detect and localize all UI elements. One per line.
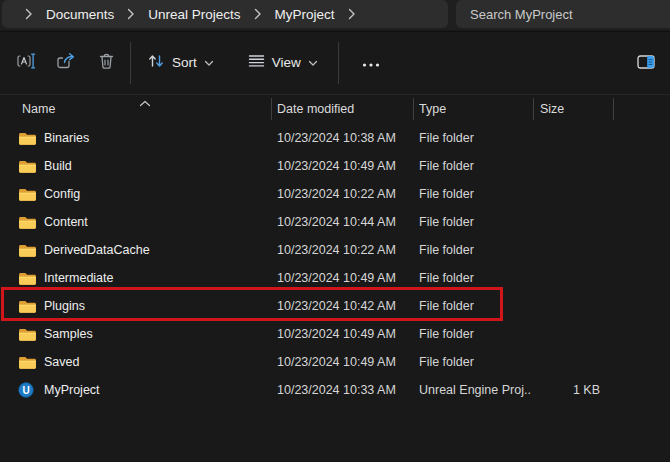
- toolbar-separator: [130, 42, 131, 84]
- file-name: Samples: [44, 327, 93, 341]
- share-button[interactable]: [46, 45, 86, 81]
- column-divider[interactable]: [413, 98, 414, 120]
- table-row[interactable]: U Saved 10/23/2024 10:49 AM File folder: [0, 348, 670, 376]
- file-type: File folder: [419, 264, 531, 292]
- file-type: File folder: [419, 208, 531, 236]
- view-label: View: [272, 55, 301, 70]
- file-name: Saved: [44, 355, 79, 369]
- view-button[interactable]: View: [238, 45, 328, 81]
- folder-icon: [18, 186, 37, 202]
- rename-icon: [17, 52, 36, 73]
- breadcrumb-item-unreal-projects[interactable]: Unreal Projects: [144, 7, 244, 22]
- file-type: File folder: [419, 180, 531, 208]
- file-size: [533, 348, 607, 376]
- file-name: Config: [44, 187, 80, 201]
- file-size: [533, 264, 607, 292]
- table-row[interactable]: U Content 10/23/2024 10:44 AM File folde…: [0, 208, 670, 236]
- file-size: [533, 180, 607, 208]
- column-header-row: Name Date modified Type Size: [0, 94, 670, 122]
- sort-button[interactable]: Sort: [137, 45, 224, 81]
- search-box[interactable]: [456, 0, 670, 28]
- ellipsis-icon: [362, 55, 380, 70]
- file-type: File folder: [419, 236, 531, 264]
- file-size: [533, 208, 607, 236]
- rename-button[interactable]: [6, 45, 46, 81]
- file-explorer-window: Documents Unreal Projects MyProject: [0, 0, 670, 462]
- column-header-size[interactable]: Size: [540, 95, 564, 123]
- file-date: 10/23/2024 10:33 AM: [277, 376, 409, 404]
- file-name: MyProject: [44, 383, 100, 397]
- column-divider[interactable]: [613, 98, 614, 120]
- chevron-right-icon[interactable]: [16, 8, 42, 20]
- column-divider[interactable]: [533, 98, 534, 120]
- folder-icon: [18, 270, 37, 286]
- file-type: File folder: [419, 152, 531, 180]
- command-bar: Sort View: [0, 31, 670, 93]
- breadcrumb[interactable]: Documents Unreal Projects MyProject: [2, 0, 448, 28]
- file-date: 10/23/2024 10:49 AM: [277, 320, 409, 348]
- breadcrumb-item-myproject[interactable]: MyProject: [271, 7, 339, 22]
- folder-icon: [18, 242, 37, 258]
- file-date: 10/23/2024 10:38 AM: [277, 124, 409, 152]
- file-name: Build: [44, 159, 72, 173]
- file-type: Unreal Engine Proj...: [419, 376, 531, 404]
- file-size: [533, 124, 607, 152]
- file-type: File folder: [419, 348, 531, 376]
- sort-label: Sort: [172, 55, 197, 70]
- folder-icon: [18, 158, 37, 174]
- file-name: Binaries: [44, 131, 89, 145]
- file-date: 10/23/2024 10:22 AM: [277, 180, 409, 208]
- file-list-body: U Binaries 10/23/2024 10:38 AM File fold…: [0, 124, 670, 404]
- table-row[interactable]: U Samples 10/23/2024 10:49 AM File folde…: [0, 320, 670, 348]
- file-size: [533, 236, 607, 264]
- table-row[interactable]: U Intermediate 10/23/2024 10:49 AM File …: [0, 264, 670, 292]
- sort-arrows-icon: [147, 53, 165, 72]
- table-row[interactable]: U Plugins 10/23/2024 10:42 AM File folde…: [0, 292, 670, 320]
- svg-text:U: U: [22, 385, 29, 396]
- file-size: [533, 320, 607, 348]
- folder-icon: [18, 130, 37, 146]
- details-pane-button[interactable]: [628, 45, 664, 81]
- address-bar: Documents Unreal Projects MyProject: [0, 0, 670, 30]
- see-more-button[interactable]: [351, 45, 391, 81]
- file-name: Plugins: [44, 299, 85, 313]
- column-divider[interactable]: [271, 98, 272, 120]
- share-icon: [56, 52, 76, 73]
- folder-icon: [18, 354, 37, 370]
- chevron-right-icon[interactable]: [339, 8, 365, 20]
- file-date: 10/23/2024 10:49 AM: [277, 264, 409, 292]
- column-header-name[interactable]: Name: [22, 95, 55, 123]
- table-row[interactable]: U Config 10/23/2024 10:22 AM File folder: [0, 180, 670, 208]
- column-header-date-modified[interactable]: Date modified: [277, 95, 354, 123]
- file-size: 1 KB: [533, 376, 607, 404]
- file-date: 10/23/2024 10:44 AM: [277, 208, 409, 236]
- table-row[interactable]: U Build 10/23/2024 10:49 AM File folder: [0, 152, 670, 180]
- view-list-icon: [248, 54, 265, 71]
- folder-icon: [18, 298, 37, 314]
- file-type: File folder: [419, 124, 531, 152]
- folder-icon: [18, 326, 37, 342]
- delete-button[interactable]: [86, 45, 126, 81]
- file-date: 10/23/2024 10:49 AM: [277, 348, 409, 376]
- search-input[interactable]: [470, 7, 668, 22]
- file-type: File folder: [419, 292, 531, 320]
- folder-icon: [18, 214, 37, 230]
- chevron-right-icon: [118, 8, 144, 20]
- breadcrumb-item-documents[interactable]: Documents: [42, 7, 118, 22]
- chevron-right-icon: [245, 8, 271, 20]
- chevron-down-icon: [308, 55, 318, 70]
- trash-icon: [98, 52, 115, 73]
- file-name: Intermediate: [44, 271, 113, 285]
- column-header-type[interactable]: Type: [419, 95, 446, 123]
- table-row[interactable]: U DerivedDataCache 10/23/2024 10:22 AM F…: [0, 236, 670, 264]
- unreal-engine-icon: U: [18, 382, 37, 398]
- file-date: 10/23/2024 10:22 AM: [277, 236, 409, 264]
- table-row[interactable]: U Binaries 10/23/2024 10:38 AM File fold…: [0, 124, 670, 152]
- chevron-down-icon: [204, 55, 214, 70]
- toolbar-separator: [338, 42, 339, 84]
- sort-ascending-icon: [139, 96, 151, 110]
- details-pane-icon: [637, 55, 655, 72]
- table-row[interactable]: U MyProject 10/23/2024 10:33 AM Unreal E…: [0, 376, 670, 404]
- file-name: Content: [44, 215, 88, 229]
- file-size: [533, 292, 607, 320]
